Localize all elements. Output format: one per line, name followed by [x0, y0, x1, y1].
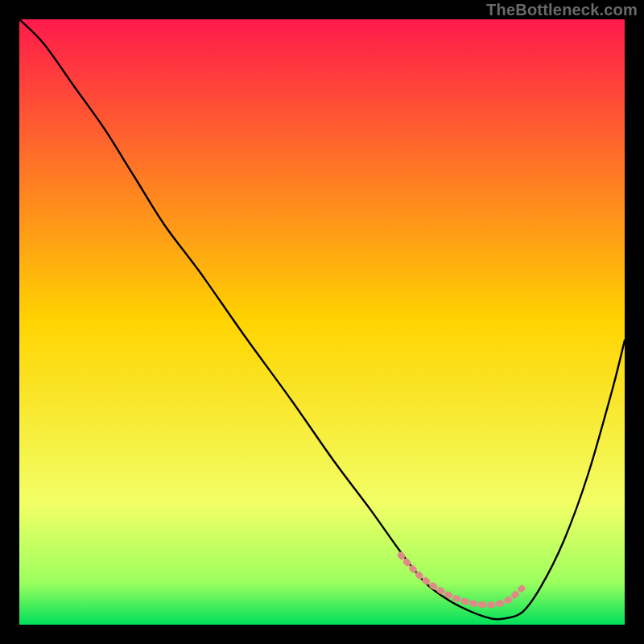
branding-watermark: TheBottleneck.com — [486, 2, 638, 18]
chart-stage: TheBottleneck.com — [0, 0, 644, 644]
gradient-backdrop — [19, 19, 625, 625]
chart-plot — [19, 19, 625, 625]
